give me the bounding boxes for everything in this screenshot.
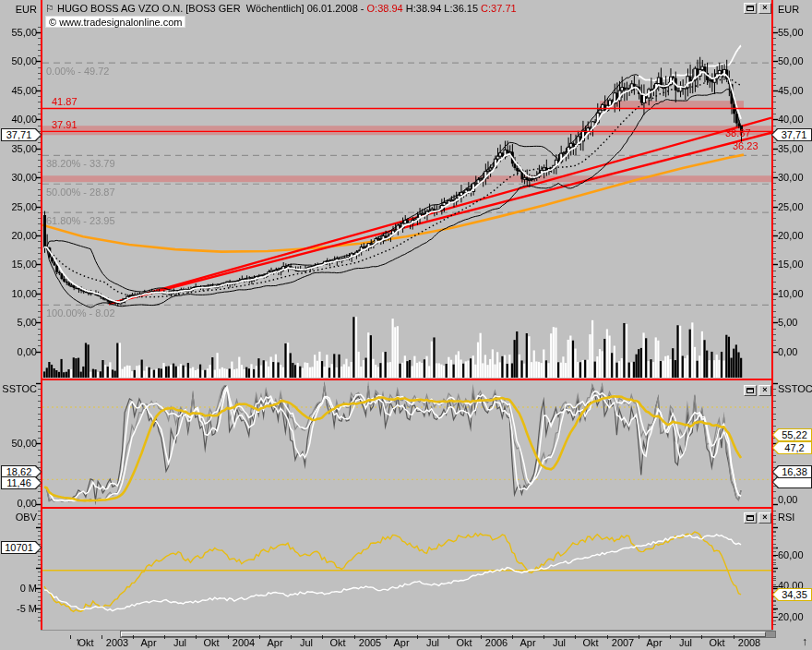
ohlc-value: H:38.94 [403,3,442,14]
maximize-button[interactable] [744,385,757,396]
timeline-label: Okt [203,637,219,649]
sstoc-marker-right: 47,2 [772,441,812,454]
left-frame-line [41,0,42,630]
close-icon[interactable]: × [758,3,771,14]
panel-divider [41,379,773,380]
chart-title-bar[interactable]: ⚐ HUGO BOSS AG VZO O.N. [BOS3 GER Wöchen… [45,2,517,15]
rsi-title: RSI [778,512,794,524]
timeline-label: Jul [553,637,566,649]
flag-icon: ⚐ [45,3,54,14]
fibonacci-label: 100.00% - 8.02 [46,307,115,319]
main-axis-label-right: 25,00 [778,201,804,213]
right-frame-line [771,0,773,630]
main-axis-label-left: 30,00 [0,172,37,184]
chart-canvas[interactable] [0,0,812,650]
main-axis-label-right: 10,00 [778,288,804,300]
sstoc-marker-left: 18,62 [1,465,42,478]
rsi-marker: 34,35 [772,588,812,601]
main-axis-label-right: 20,00 [778,230,804,242]
main-axis-label-right: 40,00 [778,114,804,126]
right-axis-unit: EUR [778,4,799,16]
main-axis-label-left: 15,00 [0,259,37,271]
timeline-label: Okt [78,637,93,649]
timeline-label: Jul [300,637,313,649]
timeline-tick [164,635,165,639]
maximize-icon [746,515,754,521]
timeline-tick [670,635,671,639]
ohlc-value: C:37.71 [478,3,517,14]
fibonacci-label: 0.00% - 49.72 [46,66,110,78]
close-icon[interactable]: × [758,385,771,396]
timeline-label: 2003 [106,637,128,649]
main-axis-label-right: 55,00 [778,27,804,39]
timeline-tick [291,635,292,639]
timeline-tick [322,635,323,639]
timeline-tick [417,635,418,639]
timeline-label: 2008 [738,637,760,649]
sstoc-marker-right: 55,22 [772,428,812,441]
ohlc-value: L:36.15 [441,3,478,14]
timeline-tick [102,635,102,639]
copyright-label: © www.tradesignalonline.com [45,16,185,28]
price-marker-left: 37,71 [1,128,42,141]
obv-tick-label: 0 M [0,583,37,595]
sstoc-title-left: SSTOC [0,383,37,395]
tradesignal-chart-window: EUR EUR ⚐ HUGO BOSS AG VZO O.N. [BOS3 GE… [0,0,812,650]
main-axis-label-left: 5,00 [0,317,37,329]
main-axis-label-left: 55,00 [0,27,37,39]
fibonacci-label: 50.00% - 28.87 [46,187,115,199]
price-marker-right: 37,71 [771,128,812,141]
sstoc-tick-label: 50,00 [0,438,37,450]
maximize-button[interactable] [744,3,757,14]
hline-label[interactable]: 37.91 [52,119,78,131]
main-axis-label-right: 15,00 [778,259,804,271]
chart-title: HUGO BOSS AG VZO O.N. [BOS3 GER Wöchentl… [57,3,367,14]
trendline-label[interactable]: 36.23 [733,140,758,152]
main-axis-label-right: 50,00 [778,55,804,67]
panel-divider [41,507,773,509]
ohlc-values: O:38.94 H:38.94 L:36.15 C:37.71 [367,3,517,14]
timeline-tick [354,635,355,639]
timeline-label: 2005 [359,637,381,649]
timeline-label: Okt [329,637,345,649]
obv-marker: 10701 [1,541,42,554]
main-axis-label-left: 40,00 [0,114,37,126]
main-axis-label-left: 45,00 [0,85,37,97]
timeline-tick [196,635,197,639]
timeline-tick [575,635,576,639]
main-window-buttons: × [744,3,772,15]
hline-label[interactable]: 41.87 [52,96,78,108]
timeline-tick [133,635,134,639]
rsi-tick-label: 20,00 [778,611,804,623]
main-axis-label-right: 0,00 [778,346,797,358]
timeline-label: Jul [173,637,186,649]
timeline-label: Apr [519,637,535,649]
timeline-label: 2004 [233,637,255,649]
sstoc-marker-right: 16,38 [772,465,812,478]
timeline-tick [259,635,260,639]
scroll-arrow-right[interactable]: ↑ [802,636,807,648]
trendline-label[interactable]: 38.67 [725,127,751,139]
maximize-button[interactable] [744,512,757,524]
main-axis-label-left: 20,00 [0,230,37,242]
sstoc-tick-label: 0,00 [778,494,797,506]
timeline-tick [448,635,449,639]
timeline-label: 2007 [612,637,634,649]
timeline-tick [512,635,513,639]
timeline-label: Jul [426,637,439,649]
timeline-tick [701,635,702,639]
fibonacci-label: 61.80% - 23.95 [46,215,115,227]
main-axis-label-right: 35,00 [778,143,804,155]
timeline-tick [70,635,71,639]
timeline-tick [386,635,387,639]
timeline-tick [607,635,608,639]
main-axis-label-left: 25,00 [0,201,37,213]
timeline-label: 2006 [485,637,508,649]
main-axis-label-right: 5,00 [778,317,797,329]
close-icon[interactable]: × [758,512,771,524]
timeline-tick [543,635,544,639]
timeline-tick [481,635,482,639]
timeline-tick [228,635,229,639]
sstoc-title-right: SSTOC [778,383,812,395]
maximize-icon [746,388,754,393]
